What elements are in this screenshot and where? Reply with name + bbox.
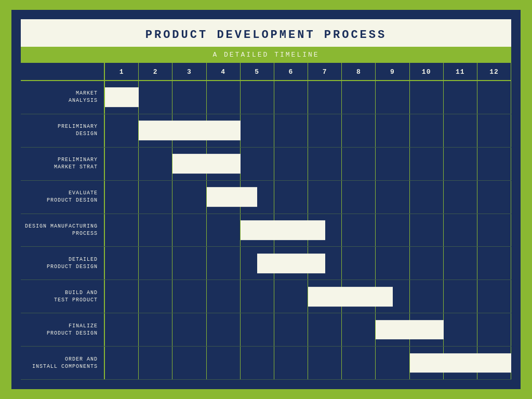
grid-col — [308, 148, 342, 180]
grid-col — [376, 148, 409, 180]
gantt-row: PRELIMINARYMARKET STRAT — [21, 148, 511, 181]
grid-col — [410, 181, 444, 214]
main-title: PRODUCT DEVELOPMENT PROCESS — [26, 29, 506, 42]
grid-col — [410, 148, 444, 180]
month-cell: 3 — [172, 63, 206, 80]
grid-col — [241, 81, 274, 114]
grid-col — [274, 280, 308, 313]
grid-col — [139, 280, 172, 313]
grid-col — [308, 181, 342, 214]
row-label: DESIGN MANUFACTURINGPROCESS — [21, 223, 104, 237]
grid-col — [105, 114, 139, 147]
gantt-rows: MARKETANALYSISPRELIMINARYDESIGNPRELIMINA… — [21, 80, 511, 380]
grid-col — [308, 347, 342, 379]
gantt-bar — [410, 353, 512, 373]
grid-col — [172, 280, 206, 313]
row-grid — [104, 347, 511, 379]
gantt-row: DETAILEDPRODUCT DESIGN — [21, 247, 511, 280]
month-cell: 11 — [444, 63, 477, 80]
grid-col — [342, 313, 376, 346]
grid-col — [342, 181, 376, 214]
row-grid — [104, 247, 511, 280]
grid-col — [444, 313, 477, 346]
grid-col — [274, 148, 308, 180]
grid-col — [172, 81, 206, 114]
row-grid — [104, 181, 511, 214]
grid-col — [444, 81, 477, 114]
grid-col — [444, 214, 477, 247]
grid-col — [376, 114, 409, 147]
grid-col — [241, 347, 274, 379]
grid-col — [477, 247, 511, 280]
title-block: PRODUCT DEVELOPMENT PROCESS — [21, 19, 511, 47]
gantt-bar — [207, 187, 258, 207]
grid-col — [241, 148, 274, 180]
grid-col — [342, 81, 376, 114]
row-label: PRELIMINARYMARKET STRAT — [21, 156, 104, 171]
grid-col — [444, 181, 477, 214]
month-cell: 8 — [342, 63, 376, 80]
grid-col — [477, 313, 511, 346]
grid-col — [477, 280, 511, 313]
gantt-bar — [172, 154, 240, 174]
row-label: BUILD ANDTEST PRODUCT — [21, 289, 104, 304]
grid-col — [139, 148, 172, 180]
grid-col — [241, 280, 274, 313]
grid-col — [274, 313, 308, 346]
month-cell: 4 — [207, 63, 241, 80]
grid-col — [342, 148, 376, 180]
grid-col — [444, 114, 477, 147]
grid-col — [207, 313, 241, 346]
grid-col — [274, 181, 308, 214]
gantt-bar — [241, 220, 325, 240]
grid-col — [308, 114, 342, 147]
row-grid — [104, 313, 511, 346]
grid-col — [241, 313, 274, 346]
gantt-area: 123456789101112 MARKETANALYSISPRELIMINAR… — [21, 63, 511, 380]
gantt-row: DESIGN MANUFACTURINGPROCESS — [21, 214, 511, 247]
grid-col — [139, 247, 172, 280]
month-cell: 7 — [308, 63, 342, 80]
gantt-bar — [105, 88, 139, 108]
grid-col — [207, 280, 241, 313]
gantt-row: MARKETANALYSIS — [21, 81, 511, 114]
grid-col — [274, 347, 308, 379]
row-label: DETAILEDPRODUCT DESIGN — [21, 256, 104, 271]
grid-col — [207, 214, 241, 247]
grid-col — [444, 280, 477, 313]
grid-col — [410, 214, 444, 247]
grid-col — [105, 214, 139, 247]
row-grid — [104, 214, 511, 247]
grid-col — [172, 347, 206, 379]
subtitle-block: A DETAILED TIMELINE — [21, 47, 511, 63]
grid-col — [139, 313, 172, 346]
gantt-row: ORDER ANDINSTALL COMPONENTS — [21, 347, 511, 380]
row-label: PRELIMINARYDESIGN — [21, 123, 104, 138]
row-grid — [104, 280, 511, 313]
grid-col — [172, 247, 206, 280]
grid-col — [274, 81, 308, 114]
gantt-bar — [308, 287, 393, 307]
row-grid — [104, 81, 511, 114]
grid-col — [207, 347, 241, 379]
grid-col — [376, 347, 409, 379]
grid-col — [308, 81, 342, 114]
month-cell: 10 — [410, 63, 444, 80]
month-cell: 2 — [139, 63, 172, 80]
grid-col — [139, 81, 172, 114]
outer-border: PRODUCT DEVELOPMENT PROCESS A DETAILED T… — [11, 10, 521, 389]
row-label: MARKETANALYSIS — [21, 90, 104, 104]
grid-col — [410, 81, 444, 114]
row-label: ORDER ANDINSTALL COMPONENTS — [21, 356, 104, 370]
grid-col — [241, 114, 274, 147]
grid-col — [342, 247, 376, 280]
gantt-row: FINALIZEPRODUCT DESIGN — [21, 313, 511, 347]
month-cell: 5 — [241, 63, 274, 80]
grid-col — [172, 214, 206, 247]
row-label: EVALUATEPRODUCT DESIGN — [21, 190, 104, 204]
grid-col — [105, 280, 139, 313]
grid-col — [444, 148, 477, 180]
grid-col — [410, 280, 444, 313]
grid-col — [477, 81, 511, 114]
grid-col — [376, 81, 409, 114]
